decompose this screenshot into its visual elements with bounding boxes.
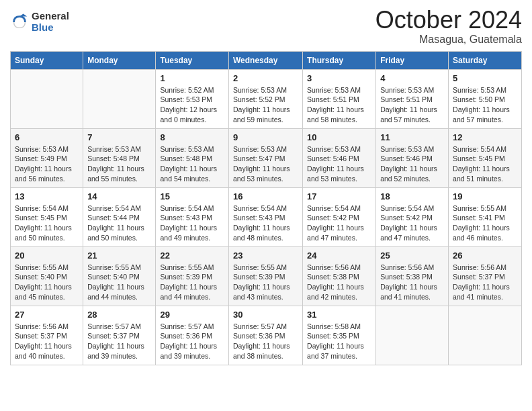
col-thursday: Thursday (303, 51, 376, 69)
day-info: Sunrise: 5:56 AMSunset: 5:38 PMDaylight:… (307, 263, 371, 302)
calendar-row: 6Sunrise: 5:53 AMSunset: 5:49 PMDaylight… (11, 128, 522, 187)
calendar-cell: 25Sunrise: 5:56 AMSunset: 5:38 PMDayligh… (376, 246, 449, 306)
calendar-cell (83, 69, 156, 128)
day-info: Sunrise: 5:53 AMSunset: 5:52 PMDaylight:… (233, 85, 298, 125)
col-monday: Monday (83, 51, 156, 69)
calendar-cell (11, 69, 83, 128)
calendar-cell: 7Sunrise: 5:53 AMSunset: 5:48 PMDaylight… (83, 128, 156, 187)
month-title: October 2024 (375, 7, 522, 34)
title-area: October 2024 Masagua, Guatemala (375, 7, 522, 46)
calendar-cell: 17Sunrise: 5:54 AMSunset: 5:42 PMDayligh… (303, 187, 376, 246)
calendar-cell: 18Sunrise: 5:54 AMSunset: 5:42 PMDayligh… (376, 187, 449, 246)
day-number: 28 (87, 310, 151, 320)
day-info: Sunrise: 5:56 AMSunset: 5:37 PMDaylight:… (453, 263, 517, 302)
day-number: 2 (233, 73, 298, 83)
day-info: Sunrise: 5:56 AMSunset: 5:38 PMDaylight:… (380, 263, 444, 302)
day-number: 9 (233, 132, 298, 142)
calendar-cell (376, 306, 449, 365)
day-info: Sunrise: 5:55 AMSunset: 5:40 PMDaylight:… (87, 263, 151, 302)
calendar-cell: 28Sunrise: 5:57 AMSunset: 5:37 PMDayligh… (83, 306, 156, 365)
location: Masagua, Guatemala (375, 34, 522, 46)
day-number: 31 (307, 310, 371, 320)
day-info: Sunrise: 5:54 AMSunset: 5:42 PMDaylight:… (307, 203, 371, 243)
calendar-cell: 21Sunrise: 5:55 AMSunset: 5:40 PMDayligh… (83, 246, 156, 306)
day-number: 25 (380, 250, 444, 261)
day-number: 3 (307, 73, 371, 83)
day-number: 27 (15, 310, 79, 320)
calendar-cell: 13Sunrise: 5:54 AMSunset: 5:45 PMDayligh… (11, 187, 83, 246)
calendar-header: Sunday Monday Tuesday Wednesday Thursday… (11, 51, 522, 69)
calendar-cell: 30Sunrise: 5:57 AMSunset: 5:36 PMDayligh… (228, 306, 302, 365)
calendar-cell: 20Sunrise: 5:55 AMSunset: 5:40 PMDayligh… (11, 246, 83, 306)
day-number: 12 (453, 132, 517, 142)
calendar-cell: 31Sunrise: 5:58 AMSunset: 5:35 PMDayligh… (303, 306, 376, 365)
calendar-row: 27Sunrise: 5:56 AMSunset: 5:37 PMDayligh… (11, 306, 522, 365)
day-info: Sunrise: 5:58 AMSunset: 5:35 PMDaylight:… (307, 322, 371, 361)
day-number: 17 (307, 191, 371, 201)
logo-text: General Blue (32, 11, 69, 33)
day-number: 19 (453, 191, 517, 201)
day-info: Sunrise: 5:55 AMSunset: 5:41 PMDaylight:… (453, 203, 517, 243)
calendar-cell: 24Sunrise: 5:56 AMSunset: 5:38 PMDayligh… (303, 246, 376, 306)
day-number: 29 (160, 310, 224, 320)
calendar-cell: 4Sunrise: 5:53 AMSunset: 5:51 PMDaylight… (376, 69, 449, 128)
calendar-cell: 15Sunrise: 5:54 AMSunset: 5:43 PMDayligh… (156, 187, 229, 246)
day-info: Sunrise: 5:53 AMSunset: 5:46 PMDaylight:… (380, 144, 444, 184)
day-number: 10 (307, 132, 371, 142)
header-row: Sunday Monday Tuesday Wednesday Thursday… (11, 51, 522, 69)
day-number: 15 (160, 191, 224, 201)
day-number: 21 (87, 250, 151, 261)
calendar-cell: 14Sunrise: 5:54 AMSunset: 5:44 PMDayligh… (83, 187, 156, 246)
day-number: 14 (87, 191, 151, 201)
day-number: 11 (380, 132, 444, 142)
calendar-cell: 22Sunrise: 5:55 AMSunset: 5:39 PMDayligh… (156, 246, 229, 306)
day-info: Sunrise: 5:57 AMSunset: 5:36 PMDaylight:… (160, 322, 224, 361)
logo-icon (10, 13, 29, 32)
col-friday: Friday (376, 51, 449, 69)
calendar-cell: 5Sunrise: 5:53 AMSunset: 5:50 PMDaylight… (449, 69, 522, 128)
calendar-cell: 12Sunrise: 5:54 AMSunset: 5:45 PMDayligh… (449, 128, 522, 187)
calendar-cell: 10Sunrise: 5:53 AMSunset: 5:46 PMDayligh… (303, 128, 376, 187)
day-number: 23 (233, 250, 298, 261)
day-info: Sunrise: 5:54 AMSunset: 5:43 PMDaylight:… (160, 203, 224, 243)
calendar-cell: 19Sunrise: 5:55 AMSunset: 5:41 PMDayligh… (449, 187, 522, 246)
day-info: Sunrise: 5:56 AMSunset: 5:37 PMDaylight:… (15, 322, 79, 361)
day-info: Sunrise: 5:55 AMSunset: 5:39 PMDaylight:… (160, 263, 224, 302)
day-info: Sunrise: 5:52 AMSunset: 5:53 PMDaylight:… (160, 85, 224, 125)
day-info: Sunrise: 5:54 AMSunset: 5:45 PMDaylight:… (15, 203, 79, 243)
day-number: 18 (380, 191, 444, 201)
header: General Blue October 2024 Masagua, Guate… (10, 7, 522, 46)
calendar-cell: 8Sunrise: 5:53 AMSunset: 5:48 PMDaylight… (156, 128, 229, 187)
logo: General Blue (10, 11, 69, 33)
calendar-cell: 3Sunrise: 5:53 AMSunset: 5:51 PMDaylight… (303, 69, 376, 128)
calendar-row: 13Sunrise: 5:54 AMSunset: 5:45 PMDayligh… (11, 187, 522, 246)
day-info: Sunrise: 5:53 AMSunset: 5:49 PMDaylight:… (15, 144, 79, 184)
calendar-row: 1Sunrise: 5:52 AMSunset: 5:53 PMDaylight… (11, 69, 522, 128)
calendar-page: General Blue October 2024 Masagua, Guate… (0, 0, 532, 375)
day-info: Sunrise: 5:53 AMSunset: 5:51 PMDaylight:… (307, 85, 371, 125)
calendar-cell: 6Sunrise: 5:53 AMSunset: 5:49 PMDaylight… (11, 128, 83, 187)
day-number: 22 (160, 250, 224, 261)
calendar-cell: 11Sunrise: 5:53 AMSunset: 5:46 PMDayligh… (376, 128, 449, 187)
day-info: Sunrise: 5:53 AMSunset: 5:51 PMDaylight:… (380, 85, 444, 125)
calendar-cell: 26Sunrise: 5:56 AMSunset: 5:37 PMDayligh… (449, 246, 522, 306)
day-info: Sunrise: 5:54 AMSunset: 5:42 PMDaylight:… (380, 203, 444, 243)
day-number: 13 (15, 191, 79, 201)
day-number: 4 (380, 73, 444, 83)
logo-general: General (32, 11, 69, 22)
calendar-cell (449, 306, 522, 365)
calendar-body: 1Sunrise: 5:52 AMSunset: 5:53 PMDaylight… (11, 69, 522, 365)
calendar-cell: 23Sunrise: 5:55 AMSunset: 5:39 PMDayligh… (228, 246, 302, 306)
day-info: Sunrise: 5:54 AMSunset: 5:44 PMDaylight:… (87, 203, 151, 243)
day-number: 5 (453, 73, 517, 83)
calendar-row: 20Sunrise: 5:55 AMSunset: 5:40 PMDayligh… (11, 246, 522, 306)
col-sunday: Sunday (11, 51, 83, 69)
day-info: Sunrise: 5:53 AMSunset: 5:47 PMDaylight:… (233, 144, 298, 184)
calendar-cell: 29Sunrise: 5:57 AMSunset: 5:36 PMDayligh… (156, 306, 229, 365)
logo-blue: Blue (32, 22, 69, 34)
day-info: Sunrise: 5:55 AMSunset: 5:39 PMDaylight:… (233, 263, 298, 302)
day-info: Sunrise: 5:53 AMSunset: 5:46 PMDaylight:… (307, 144, 371, 184)
calendar-table: Sunday Monday Tuesday Wednesday Thursday… (10, 51, 522, 365)
day-info: Sunrise: 5:54 AMSunset: 5:45 PMDaylight:… (453, 144, 517, 184)
calendar-cell: 2Sunrise: 5:53 AMSunset: 5:52 PMDaylight… (228, 69, 302, 128)
